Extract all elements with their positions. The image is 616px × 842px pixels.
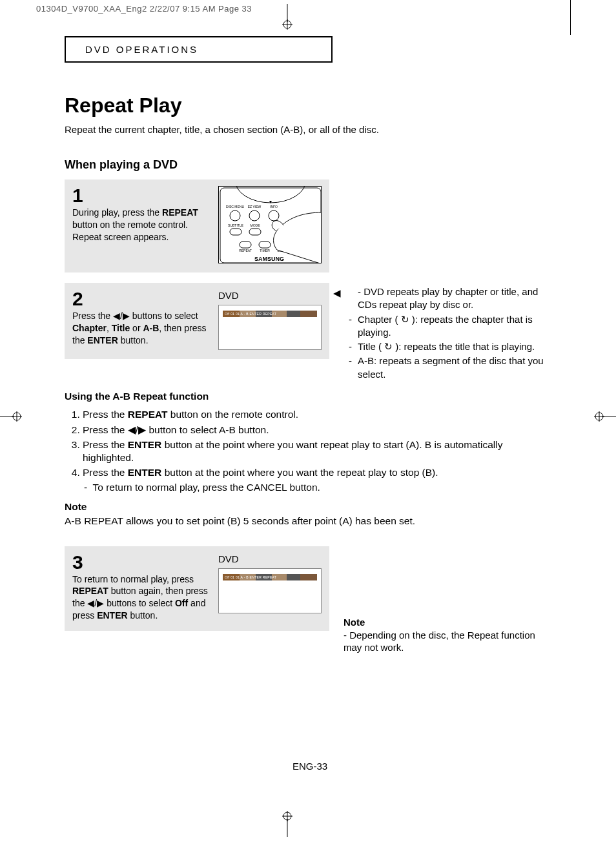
- crop-mark-left: [0, 407, 22, 429]
- ab-list: Press the REPEAT button on the remote co…: [65, 408, 555, 479]
- side-note-1-text: DVD repeats play by chapter or title, an…: [358, 286, 538, 310]
- margin-rule-right: [570, 0, 571, 35]
- step-3-off: Off: [175, 598, 188, 608]
- ab2-icons: ◀/▶: [128, 424, 146, 435]
- ab-item-2: Press the ◀/▶ button to select A-B butto…: [83, 424, 555, 436]
- ab1-pre: Press the: [83, 409, 128, 420]
- step-3-mid-b: buttons to select: [104, 598, 175, 608]
- ab-item-1: Press the REPEAT button on the remote co…: [83, 408, 555, 421]
- bottom-note: Note - Depending on the disc, the Repeat…: [344, 616, 537, 654]
- crop-mark-top: [278, 4, 297, 32]
- ab-repeat-section: Using the A-B Repeat function Press the …: [65, 390, 555, 528]
- step-1: 1 During play, press the REPEAT button o…: [65, 180, 329, 272]
- step-2-comma-a: ,: [107, 323, 112, 333]
- step-3-osd-label: DVD: [218, 553, 322, 566]
- side-note-2: Chapter ( ↻ ): repeats the chapter that …: [344, 313, 557, 340]
- ab-item-4: Press the ENTER button at the point wher…: [83, 466, 555, 479]
- svg-text:SAMSUNG: SAMSUNG: [254, 256, 284, 262]
- crop-mark-right: [594, 407, 616, 429]
- ab2-post: button to select A-B button.: [146, 424, 269, 435]
- step-2-osd-label: DVD: [218, 289, 322, 302]
- ab3-bold: ENTER: [128, 439, 162, 450]
- intro-text: Repeat the current chapter, title, a cho…: [65, 124, 555, 135]
- ab2-pre: Press the: [83, 424, 128, 435]
- section-header-box: DVD OPERATIONS: [65, 36, 333, 63]
- svg-text:SUBTITLE: SUBTITLE: [228, 223, 244, 227]
- ab3-pre: Press the: [83, 439, 128, 450]
- page-number: ENG-33: [65, 761, 555, 772]
- page-title: Repeat Play: [65, 94, 555, 118]
- remote-illustration: DISC MENU EZ VIEW INFO SUBTITLE MODE REP…: [218, 186, 322, 263]
- svg-text:MODE: MODE: [251, 223, 261, 227]
- step-3-number: 3: [72, 553, 212, 572]
- left-right-icons: ◀/▶: [113, 311, 130, 321]
- ab-note-text: A-B REPEAT allows you to set point (B) 5…: [65, 515, 555, 528]
- side-note-3: Title ( ↻ ): repeats the title that is p…: [344, 340, 557, 353]
- svg-text:REPEAT: REPEAT: [239, 249, 252, 252]
- step-3-enter: ENTER: [97, 610, 127, 621]
- ab-sub-text: To return to normal play, press the CANC…: [93, 482, 320, 493]
- ab4-pre: Press the: [83, 467, 128, 478]
- left-arrow-icon: ◀: [333, 287, 341, 300]
- svg-text:EZ VIEW: EZ VIEW: [248, 205, 262, 209]
- step-3-post: button.: [128, 610, 158, 621]
- ab4-bold: ENTER: [128, 467, 162, 478]
- ab-note-label: Note: [65, 500, 555, 513]
- side-notes: ◀- DVD repeats play by chapter or title,…: [344, 285, 557, 382]
- step-2-ab: A-B: [143, 323, 159, 333]
- crop-mark-bottom: [278, 811, 297, 839]
- step-3-osd: Off 01 01 A - B ENTER REPEAT: [218, 568, 322, 613]
- ab-title: Using the A-B Repeat function: [65, 390, 555, 403]
- step-1-number: 1: [72, 186, 212, 205]
- step-2: 2 Press the ◀/▶ buttons to select Chapte…: [65, 283, 329, 359]
- section-header-text: DVD OPERATIONS: [85, 44, 198, 55]
- ab4-post: button at the point where you want the r…: [161, 467, 438, 478]
- step-3: 3 To return to normal play, press REPEAT…: [65, 546, 329, 632]
- ab1-post: button on the remote control.: [168, 409, 298, 420]
- step-2-number: 2: [72, 289, 212, 309]
- step-1-bold: REPEAT: [162, 207, 198, 218]
- print-header: 01304D_V9700_XAA_Eng2 2/22/07 9:15 AM Pa…: [0, 0, 616, 14]
- side-note-4: A-B: repeats a segment of the disc that …: [344, 354, 557, 381]
- ab-sub: - To return to normal play, press the CA…: [84, 481, 555, 494]
- step-2-or: or: [130, 323, 143, 333]
- step-3-pre: To return to normal play, press: [72, 574, 194, 584]
- svg-text:INFO: INFO: [270, 205, 278, 209]
- step-2-title: Title: [112, 323, 130, 333]
- step-2-enter: ENTER: [87, 335, 118, 345]
- page-content: DVD OPERATIONS Repeat Play Repeat the cu…: [65, 36, 555, 641]
- step-2-osd: Off 01 01 A - B ENTER REPEAT: [218, 305, 322, 350]
- bottom-note-text: Depending on the disc, the Repeat functi…: [344, 630, 535, 653]
- step-1-text-post: button on the remote control. Repeat scr…: [72, 220, 188, 242]
- ab1-bold: REPEAT: [128, 409, 168, 420]
- svg-text:DISC MENU: DISC MENU: [226, 205, 244, 209]
- step-3-osd-bar: Off 01 01 A - B ENTER REPEAT: [223, 574, 317, 580]
- step-3-icons: ◀/▶: [87, 598, 104, 608]
- side-note-1: ◀- DVD repeats play by chapter or title,…: [344, 285, 557, 312]
- ab-item-3: Press the ENTER button at the point wher…: [83, 438, 555, 464]
- step-2-pre: Press the: [72, 311, 113, 321]
- subheading: When playing a DVD: [65, 158, 555, 172]
- step-3-repeat: REPEAT: [72, 586, 108, 596]
- step-1-text-pre: During play, press the: [72, 207, 162, 218]
- step-2-osd-bar: Off 01 01 A - B ENTER REPEAT: [223, 311, 317, 317]
- step-2-mid1: buttons to select: [130, 311, 198, 321]
- step-2-chapter: Chapter: [72, 323, 107, 333]
- bottom-note-label: Note: [344, 617, 365, 628]
- svg-text:TIMER: TIMER: [260, 249, 270, 252]
- step-2-post: button.: [118, 335, 149, 345]
